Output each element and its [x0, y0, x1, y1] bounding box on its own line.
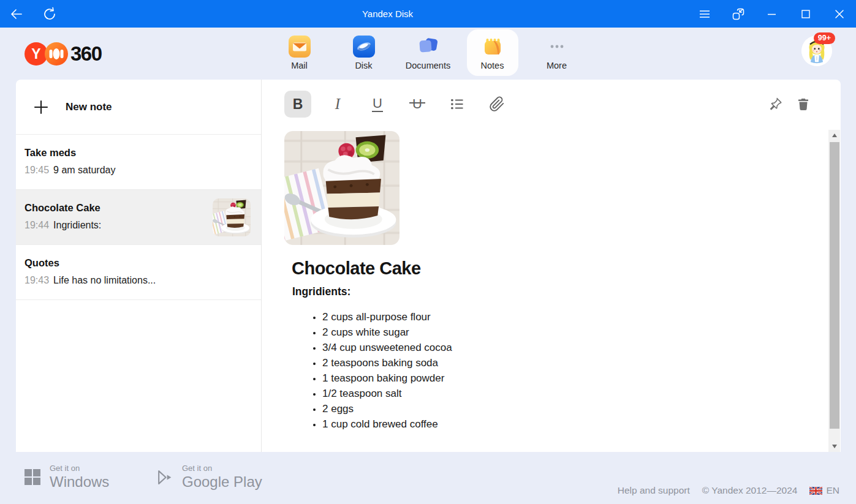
maximize-icon: [798, 7, 813, 21]
refresh-icon: [42, 6, 58, 22]
note-item-time: 19:44: [25, 220, 49, 230]
badge-store-name: Google Play: [182, 473, 262, 491]
maximize-button[interactable]: [789, 0, 822, 28]
plus-icon: [33, 99, 49, 115]
logo-360-icon: [45, 42, 68, 66]
tab-disk[interactable]: Disk: [338, 29, 390, 76]
back-button[interactable]: [0, 0, 33, 28]
refresh-button[interactable]: [33, 0, 66, 28]
badge-caption: Get it on: [50, 464, 109, 473]
pin-button[interactable]: [762, 91, 789, 118]
note-item-preview: Ingridients:: [53, 220, 101, 230]
windows-store-badge[interactable]: Get it on Windows: [25, 464, 109, 491]
format-toolbar: B I U U: [262, 80, 841, 129]
underline-icon: U: [372, 97, 383, 112]
mail-icon: [289, 36, 311, 58]
italic-button[interactable]: I: [324, 91, 351, 118]
compact-mode-button[interactable]: [721, 0, 755, 28]
badge-store-name: Windows: [50, 473, 109, 491]
note-list-item-take-meds[interactable]: Take meds 19:459 am saturday: [16, 135, 261, 190]
service-tabs: Mail Disk Documents: [274, 29, 583, 76]
notes-app-panel: New note Take meds 19:459 am saturday Ch…: [16, 80, 841, 452]
help-and-support-link[interactable]: Help and support: [618, 485, 690, 496]
note-title-text: Chocolate Cake: [292, 258, 827, 278]
ingredient-item: 1 cup cold brewed coffee: [322, 419, 827, 429]
strikethrough-button[interactable]: U: [404, 91, 431, 118]
note-subtitle-text: Ingridients:: [292, 285, 827, 298]
ingredient-item: 1 teaspoon baking powder: [322, 373, 827, 383]
new-note-label: New note: [66, 101, 112, 113]
italic-icon: I: [335, 96, 340, 113]
ingredient-item: 1/2 teaspoon salt: [322, 388, 827, 399]
notes-sidebar: New note Take meds 19:459 am saturday Ch…: [16, 80, 262, 452]
vertical-scrollbar[interactable]: [828, 130, 840, 452]
ingredient-item: 2 eggs: [322, 404, 827, 414]
new-note-button[interactable]: New note: [16, 80, 261, 135]
copyright-text: © Yandex 2012—2024: [702, 485, 798, 496]
attach-icon: [489, 96, 505, 112]
note-item-time: 19:45: [25, 165, 49, 175]
bold-icon: B: [293, 96, 303, 113]
compact-mode-icon: [731, 7, 746, 21]
badge-caption: Get it on: [182, 464, 262, 473]
windows-logo-icon: [25, 469, 40, 485]
note-item-title: Quotes: [25, 257, 249, 269]
uk-flag-icon: [809, 487, 822, 495]
note-item-preview: 9 am saturday: [53, 165, 115, 175]
note-item-title: Take meds: [25, 147, 249, 159]
note-editor: B I U U: [262, 80, 841, 452]
trash-icon: [796, 97, 811, 111]
google-play-icon: [156, 469, 173, 486]
bullet-list-icon: [449, 96, 465, 112]
back-icon: [9, 6, 25, 22]
pin-icon: [768, 97, 784, 112]
menu-button[interactable]: [687, 0, 721, 28]
bullet-list-button[interactable]: [444, 91, 471, 118]
note-content-editor[interactable]: Chocolate Cake Ingridients: 2 cups all-p…: [262, 129, 827, 452]
note-item-preview: Life has no limitations...: [53, 275, 156, 285]
underline-button[interactable]: U: [364, 91, 391, 118]
tab-documents[interactable]: Documents: [403, 29, 454, 76]
yandex-360-logo[interactable]: Y 360: [25, 42, 102, 66]
scroll-down-button[interactable]: [828, 441, 840, 452]
disk-icon: [353, 36, 375, 58]
minimize-icon: [765, 7, 779, 21]
minimize-button[interactable]: [755, 0, 789, 28]
tab-notes[interactable]: Notes: [467, 29, 518, 76]
ingredient-item: 2 cups all-purpose flour: [322, 312, 827, 322]
tab-label: Notes: [481, 61, 504, 70]
close-icon: [832, 7, 847, 21]
tab-label: Disk: [355, 61, 372, 70]
attach-button[interactable]: [483, 91, 510, 118]
strikethrough-icon: U: [412, 97, 422, 111]
tab-mail[interactable]: Mail: [274, 29, 325, 76]
user-avatar[interactable]: 99+: [801, 36, 832, 66]
header: Y 360 Mail: [0, 28, 856, 80]
window-title: Yandex Disk: [0, 9, 775, 19]
delete-note-button[interactable]: [790, 91, 817, 118]
notes-icon: [482, 36, 504, 58]
close-button[interactable]: [822, 0, 856, 28]
note-list-item-chocolate-cake[interactable]: Chocolate Cake 19:44Ingridients:: [16, 190, 261, 245]
google-play-badge[interactable]: Get it on Google Play: [156, 464, 262, 491]
scrollbar-thumb[interactable]: [830, 142, 839, 429]
language-code: EN: [826, 485, 839, 496]
logo-text: 360: [70, 42, 102, 66]
tab-label: Mail: [291, 61, 308, 70]
tab-label: Documents: [406, 61, 450, 70]
titlebar: Yandex Disk: [0, 0, 856, 28]
ingredient-item: 2 teaspoons baking soda: [322, 358, 827, 368]
language-switcher[interactable]: EN: [809, 485, 839, 496]
note-list-item-quotes[interactable]: Quotes 19:43Life has no limitations...: [16, 245, 261, 300]
scroll-down-icon: [832, 445, 837, 448]
tab-more[interactable]: More: [531, 29, 583, 76]
scroll-up-button[interactable]: [828, 130, 840, 141]
cake-image[interactable]: [284, 131, 400, 245]
ingredient-item: 3/4 cup unsweetened cocoa: [322, 342, 827, 353]
cake-thumbnail: [213, 198, 251, 236]
ingredient-item: 2 cups white sugar: [322, 327, 827, 337]
yandex-disk-window: Yandex Disk: [0, 0, 856, 504]
scroll-up-icon: [832, 134, 837, 137]
bold-button[interactable]: B: [284, 91, 311, 118]
footer: Get it on Windows Get it on Google Play …: [0, 452, 856, 504]
